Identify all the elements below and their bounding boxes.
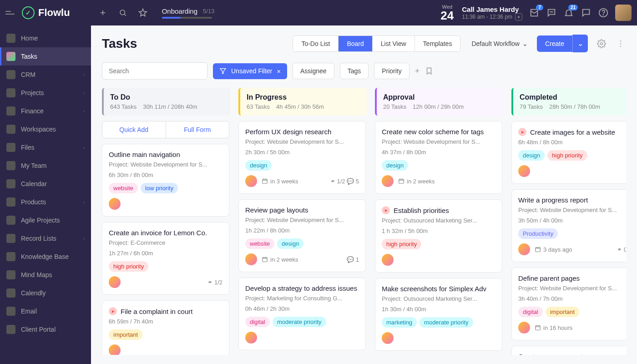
- sidebar-item-email[interactable]: Email: [0, 302, 91, 320]
- app-logo[interactable]: ✓ Flowlu: [22, 6, 70, 19]
- assignee-avatar[interactable]: [109, 344, 121, 355]
- chevron-right-icon: ›: [83, 72, 85, 77]
- card-meta: ⚭ 1/2 💬 5: [330, 178, 359, 185]
- task-card[interactable]: ➤Establish prioritiesProject: Outsourced…: [375, 199, 502, 273]
- task-card[interactable]: Review page layoutsProject: Website Deve…: [238, 199, 366, 272]
- tag[interactable]: high priority: [547, 150, 587, 161]
- tab-to-do-list[interactable]: To-Do List: [293, 36, 339, 51]
- create-dropdown[interactable]: ⌄: [572, 35, 588, 52]
- sidebar-item-tasks[interactable]: Tasks: [0, 47, 91, 66]
- tag[interactable]: high priority: [109, 261, 148, 272]
- assignee-avatar[interactable]: [382, 175, 394, 187]
- task-card[interactable]: Write a progress reportProject: Website …: [511, 189, 626, 262]
- date-widget[interactable]: Wed 24: [440, 5, 454, 21]
- search-icon[interactable]: [117, 7, 128, 18]
- tab-templates[interactable]: Templates: [415, 36, 460, 51]
- add-filter-icon[interactable]: +: [415, 66, 420, 76]
- help-icon[interactable]: [598, 7, 609, 18]
- task-card[interactable]: Create new color scheme for tagsProject:…: [375, 121, 502, 194]
- tag[interactable]: low priority: [141, 183, 178, 193]
- sidebar-item-files[interactable]: Files›: [0, 138, 91, 157]
- menu-toggle-icon[interactable]: [5, 7, 16, 18]
- tab-list-view[interactable]: List View: [373, 36, 415, 51]
- bell-icon[interactable]: 21: [563, 7, 574, 18]
- close-icon[interactable]: ×: [277, 67, 281, 75]
- tag[interactable]: high priority: [382, 239, 421, 249]
- assignee-avatar[interactable]: [382, 332, 394, 344]
- workflow-selector[interactable]: Default Workflow ⌄: [471, 40, 528, 47]
- task-card[interactable]: Create an agreement: [511, 346, 626, 355]
- tag[interactable]: important: [109, 329, 142, 340]
- add-icon[interactable]: [97, 7, 108, 18]
- sidebar-item-calendar[interactable]: Calendar: [0, 175, 91, 193]
- sidebar-item-workspaces[interactable]: Workspaces: [0, 120, 91, 138]
- sidebar-icon: [6, 252, 15, 261]
- filter-tags[interactable]: Tags: [340, 63, 369, 79]
- tag[interactable]: digital: [518, 307, 543, 317]
- gear-icon[interactable]: [596, 38, 607, 49]
- tag[interactable]: website: [245, 238, 274, 249]
- task-card[interactable]: Create an invoice for Lemon Co.Project: …: [102, 222, 229, 295]
- sidebar-item-projects[interactable]: Projects›: [0, 84, 91, 102]
- onboarding-widget[interactable]: Onboarding 5/13: [162, 7, 215, 19]
- task-card[interactable]: Perform UX design researchProject: Websi…: [238, 121, 366, 194]
- assignee-avatar[interactable]: [109, 276, 121, 288]
- tag[interactable]: website: [109, 183, 138, 193]
- task-card[interactable]: ➤File a complaint in court6h 59m / 7h 40…: [102, 300, 229, 355]
- assignee-avatar[interactable]: [382, 254, 394, 266]
- sidebar-item-knowledge-base[interactable]: Knowledge Base: [0, 248, 91, 266]
- assignee-avatar[interactable]: [518, 243, 530, 255]
- active-filter-pill[interactable]: Unsaved Filter ×: [213, 63, 287, 79]
- card-time: 2h 30m / 5h 00m: [245, 149, 359, 156]
- search-input[interactable]: [102, 62, 207, 80]
- assignee-avatar[interactable]: [518, 322, 530, 334]
- assignee-avatar[interactable]: [245, 332, 257, 344]
- tag[interactable]: moderate priority: [420, 317, 473, 328]
- next-event[interactable]: Call James Hardy 11:36 am - 12:36 pm +: [462, 5, 522, 20]
- add-event-icon[interactable]: +: [515, 13, 522, 20]
- full-form-button[interactable]: Full Form: [166, 121, 229, 138]
- tag[interactable]: Productivity: [518, 228, 558, 239]
- sidebar-item-calendly[interactable]: Calendly: [0, 284, 91, 302]
- more-icon[interactable]: [615, 38, 626, 49]
- task-card[interactable]: Outline main navigationProject: Website …: [102, 144, 229, 217]
- task-card[interactable]: ➤Create images for a website6h 48m / 8h …: [511, 121, 626, 184]
- bookmark-icon[interactable]: [425, 67, 433, 75]
- inbox-icon[interactable]: 7: [529, 7, 540, 18]
- task-card[interactable]: Make screenshots for Simplex AdvProject:…: [375, 278, 502, 351]
- sidebar-item-mind-maps[interactable]: Mind Maps: [0, 266, 91, 284]
- tag[interactable]: design: [277, 238, 303, 249]
- chat-icon[interactable]: [581, 7, 592, 18]
- assignee-avatar[interactable]: [518, 165, 530, 177]
- note-icon[interactable]: [546, 7, 557, 18]
- tag[interactable]: design: [382, 160, 408, 171]
- assignee-avatar[interactable]: [245, 253, 257, 265]
- sidebar-item-crm[interactable]: CRM›: [0, 66, 91, 84]
- sidebar-item-home[interactable]: Home: [0, 29, 91, 47]
- task-card[interactable]: Define parent pagesProject: Website Deve…: [511, 268, 626, 340]
- column-completed: Completed79 Tasks28h 50m / 78h 00m➤Creat…: [511, 88, 626, 355]
- sidebar-item-record-lists[interactable]: Record Lists›: [0, 229, 91, 248]
- filter-assignee[interactable]: Assignee: [293, 63, 334, 79]
- tag[interactable]: design: [245, 160, 272, 171]
- assignee-avatar[interactable]: [109, 198, 121, 210]
- sidebar-item-client-portal[interactable]: Client Portal: [0, 320, 91, 339]
- task-card[interactable]: Develop a strategy to address issuesProj…: [238, 278, 366, 350]
- sidebar-item-products[interactable]: Products›: [0, 193, 91, 211]
- sidebar-item-finance[interactable]: Finance›: [0, 102, 91, 120]
- tag[interactable]: design: [518, 150, 545, 161]
- tag[interactable]: moderate priority: [273, 317, 326, 327]
- tab-board[interactable]: Board: [339, 36, 372, 51]
- user-avatar[interactable]: [615, 5, 632, 21]
- filter-priority[interactable]: Priority: [374, 63, 410, 79]
- sidebar-item-my-team[interactable]: My Team: [0, 157, 91, 175]
- tag[interactable]: digital: [245, 317, 270, 327]
- pin-icon[interactable]: [137, 7, 148, 18]
- sidebar-item-agile-projects[interactable]: Agile Projects: [0, 211, 91, 229]
- create-button[interactable]: Create: [537, 35, 572, 52]
- quick-add-button[interactable]: Quick Add: [102, 121, 166, 138]
- sidebar-icon: [6, 234, 15, 243]
- assignee-avatar[interactable]: [245, 175, 257, 187]
- tag[interactable]: important: [546, 307, 579, 317]
- tag[interactable]: marketing: [382, 317, 417, 328]
